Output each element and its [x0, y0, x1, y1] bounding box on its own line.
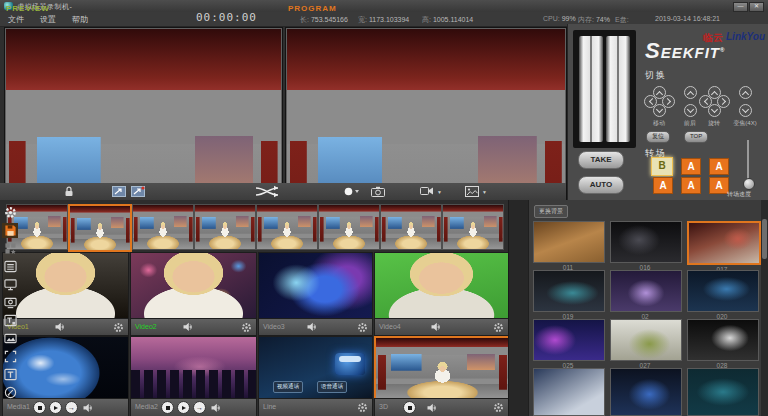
menu-settings[interactable]: 设置 — [40, 14, 56, 25]
scrollbar-thumb[interactable] — [762, 219, 767, 259]
voice-call-button[interactable]: 语音通话 — [317, 381, 347, 393]
rotate-right-button[interactable] — [717, 95, 730, 108]
dolly-up-button[interactable] — [684, 86, 697, 99]
scene-item[interactable] — [533, 368, 603, 416]
video4-settings-gear-icon[interactable] — [493, 322, 504, 333]
scene-item[interactable]: 02 — [610, 270, 680, 320]
image-layers-icon[interactable] — [2, 331, 18, 346]
scene-filmstrip-thumb[interactable] — [256, 204, 318, 250]
scene-item[interactable]: 019 — [533, 270, 603, 320]
transition-b-button-selected[interactable]: B — [651, 157, 673, 176]
transition-effect-1-icon[interactable] — [112, 186, 126, 197]
video1-preview[interactable] — [2, 252, 129, 320]
media2-preview[interactable] — [130, 336, 257, 400]
image-output-icon[interactable] — [465, 186, 479, 197]
settings-gear-icon[interactable] — [2, 205, 18, 220]
video-capture-dropdown-icon[interactable]: ▼ — [437, 189, 442, 195]
transition-a-button[interactable]: A — [681, 177, 701, 194]
image-output-dropdown-icon[interactable]: ▼ — [482, 189, 487, 195]
zoom-out-button[interactable] — [739, 104, 752, 117]
video3-volume-icon[interactable] — [307, 322, 318, 332]
take-button[interactable]: TAKE — [578, 151, 624, 169]
scene-3d-stop-button[interactable] — [403, 401, 416, 414]
line-bar: Line — [258, 398, 373, 416]
dolly-down-button[interactable] — [684, 104, 697, 117]
video2-volume-icon[interactable] — [183, 322, 194, 332]
transition-effect-2-icon[interactable] — [131, 186, 145, 197]
scene-item-selected[interactable]: 017 — [687, 221, 757, 273]
zoom-in-button[interactable] — [739, 86, 752, 99]
media2-volume-icon[interactable] — [211, 403, 222, 413]
transition-a-button[interactable]: A — [653, 177, 673, 194]
projector-icon[interactable] — [2, 295, 18, 310]
text-tool-icon[interactable] — [2, 367, 18, 382]
transition-a-button[interactable]: A — [709, 158, 729, 175]
transition-a-button[interactable]: A — [709, 177, 729, 194]
video3-preview[interactable] — [258, 252, 373, 320]
media2-next-button[interactable]: → — [193, 401, 206, 414]
scene-filmstrip-thumb[interactable] — [318, 204, 380, 250]
display-icon[interactable] — [2, 277, 18, 292]
scene-item[interactable] — [610, 368, 680, 416]
media1-next-button[interactable]: → — [65, 401, 78, 414]
save-icon-active[interactable] — [2, 223, 18, 238]
close-button[interactable]: ✕ — [749, 2, 764, 12]
scene-item[interactable]: 027 — [610, 319, 680, 369]
video3-settings-gear-icon[interactable] — [357, 322, 368, 333]
draw-pen-icon[interactable] — [2, 385, 18, 400]
scene-filmstrip-thumb[interactable] — [442, 204, 504, 250]
scene-item[interactable] — [687, 368, 757, 416]
minimize-button[interactable]: — — [733, 2, 748, 12]
scene-item[interactable]: 016 — [610, 221, 680, 271]
lock-icon[interactable] — [64, 186, 74, 197]
media1-stop-button[interactable] — [33, 401, 46, 414]
scene-filmstrip-thumb-selected[interactable] — [68, 204, 132, 252]
record-button[interactable] — [344, 187, 360, 196]
scene-filmstrip-thumb[interactable] — [132, 204, 194, 250]
swap-pvw-pgm-icon[interactable] — [254, 185, 282, 198]
scene-3d-volume-icon[interactable] — [427, 403, 438, 413]
playlist-icon[interactable] — [2, 259, 18, 274]
scene-grid-icon[interactable] — [2, 241, 18, 256]
video2-settings-gear-icon[interactable] — [241, 322, 252, 333]
media1-preview[interactable] — [2, 336, 129, 400]
video4-preview[interactable] — [374, 252, 509, 320]
rotate-left-button[interactable] — [699, 95, 712, 108]
tbar-fader-right[interactable] — [606, 36, 630, 142]
video1-volume-icon[interactable] — [55, 322, 66, 332]
scene-item[interactable]: 011 — [533, 221, 603, 271]
move-left-button[interactable] — [644, 95, 657, 108]
menu-help[interactable]: 帮助 — [72, 14, 88, 25]
move-right-button[interactable] — [662, 95, 675, 108]
video1-settings-gear-icon[interactable] — [113, 322, 124, 333]
video-call-button[interactable]: 视频通话 — [273, 381, 303, 393]
top-button[interactable]: TOP — [684, 131, 708, 143]
reset-button[interactable]: 复位 — [646, 131, 670, 143]
crop-frame-icon[interactable] — [2, 349, 18, 364]
media1-volume-icon[interactable] — [83, 403, 94, 413]
scene-3d-settings-gear-icon[interactable] — [493, 402, 504, 413]
media2-stop-button[interactable] — [161, 401, 174, 414]
scene-item[interactable]: 028 — [687, 319, 757, 369]
line-call-preview[interactable]: 视频通话 语音通话 — [258, 336, 373, 400]
scene-filmstrip-thumb[interactable] — [194, 204, 256, 250]
video-capture-icon[interactable] — [420, 186, 434, 196]
subtitle-text-icon[interactable] — [2, 313, 18, 328]
scene-3d-preview-selected[interactable] — [374, 336, 511, 402]
transition-a-button[interactable]: A — [681, 158, 701, 175]
video4-volume-icon[interactable] — [431, 322, 442, 332]
auto-button[interactable]: AUTO — [578, 176, 624, 194]
program-label: PROGRAM — [288, 4, 337, 13]
scene-item[interactable]: 020 — [687, 270, 757, 320]
snapshot-camera-icon[interactable] — [371, 186, 385, 197]
scene-filmstrip-thumb[interactable] — [380, 204, 442, 250]
video2-preview[interactable] — [130, 252, 257, 320]
line-settings-gear-icon[interactable] — [357, 402, 368, 413]
media2-play-button[interactable] — [177, 401, 190, 414]
scene-item[interactable]: 025 — [533, 319, 603, 369]
media1-play-button[interactable] — [49, 401, 62, 414]
transition-speed-knob[interactable] — [743, 178, 755, 190]
tbar-fader-left[interactable] — [579, 36, 603, 142]
menu-file[interactable]: 文件 — [8, 14, 24, 25]
change-background-button[interactable]: 更换背景 — [534, 205, 568, 218]
